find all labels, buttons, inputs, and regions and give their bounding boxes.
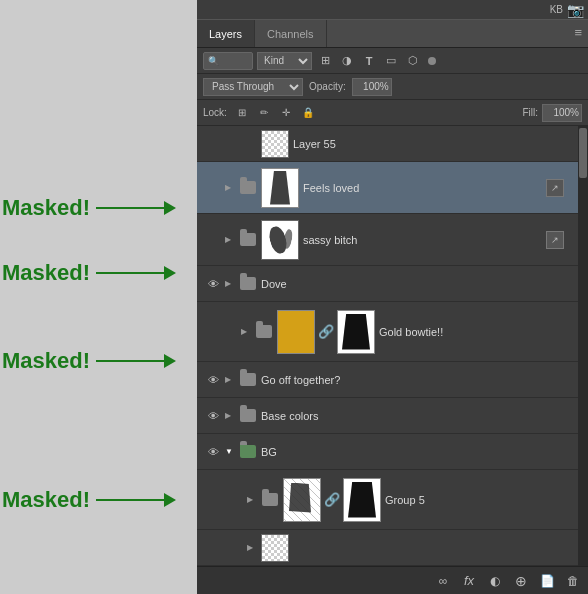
masked-label-1: Masked! [2, 195, 176, 221]
masked-label-4: Masked! [2, 487, 176, 513]
layer-badge: ↗ [546, 179, 564, 197]
visibility-toggle[interactable] [205, 232, 221, 248]
layer-name: Dove [261, 278, 564, 290]
bottom-bar: ∞ fx ◐ ⊕ 📄 🗑 [197, 566, 588, 594]
lock-position-icon[interactable]: ✛ [277, 104, 295, 122]
visibility-toggle[interactable] [205, 180, 221, 196]
expand-icon[interactable]: ▶ [225, 375, 235, 384]
layer-name: sassy bitch [303, 234, 542, 246]
masked-text-2: Masked! [2, 260, 90, 286]
layer-thumbnail [277, 310, 315, 354]
layers-list: Layer 55 ▶ Feels loved ↗ ▶ [197, 126, 578, 566]
chain-icon: 🔗 [325, 482, 339, 518]
panel-menu-icon[interactable]: ≡ [574, 19, 588, 47]
folder-icon [239, 409, 257, 423]
tabs-row: Layers Channels ≡ [197, 20, 588, 48]
scrollbar-thumb[interactable] [579, 128, 587, 178]
kind-dropdown[interactable]: Kind [257, 52, 312, 70]
new-group-icon[interactable]: ⊕ [512, 572, 530, 590]
visibility-toggle[interactable] [227, 492, 243, 508]
folder-icon [255, 325, 273, 339]
visibility-toggle[interactable]: 👁 [205, 276, 221, 292]
visibility-toggle[interactable]: 👁 [205, 372, 221, 388]
mask-thumbnail [343, 478, 381, 522]
layer-thumbnail [261, 220, 299, 260]
layer-badge: ↗ [546, 231, 564, 249]
lock-transparent-icon[interactable]: ⊞ [233, 104, 251, 122]
pixel-filter-icon[interactable]: ⊞ [316, 52, 334, 70]
shape-filter-icon[interactable]: ▭ [382, 52, 400, 70]
new-layer-icon[interactable]: 📄 [538, 572, 556, 590]
arrow-3 [96, 352, 176, 370]
expand-icon[interactable]: ▶ [247, 543, 257, 552]
visibility-toggle[interactable] [227, 136, 243, 152]
layer-thumbnail [283, 478, 321, 522]
adjustment-filter-icon[interactable]: ◑ [338, 52, 356, 70]
layer-name: Layer 55 [293, 138, 564, 150]
fx-icon[interactable]: fx [460, 572, 478, 590]
visibility-toggle[interactable]: 👁 [205, 444, 221, 460]
layer-name: Gold bowtie!! [379, 326, 564, 338]
layer-row[interactable]: 👁 ▶ Base colors [197, 398, 578, 434]
tab-channels-label: Channels [267, 28, 313, 40]
masked-text-1: Masked! [2, 195, 90, 221]
visibility-toggle[interactable] [221, 324, 237, 340]
lock-all-icon[interactable]: 🔒 [299, 104, 317, 122]
type-filter-icon[interactable]: T [360, 52, 378, 70]
expand-icon[interactable]: ▶ [247, 495, 257, 504]
tab-layers-label: Layers [209, 28, 242, 40]
folder-icon [261, 493, 279, 507]
search-icon: 🔍 [208, 56, 219, 66]
layer-row[interactable]: 👁 ▼ BG [197, 434, 578, 470]
expand-icon[interactable]: ▶ [241, 327, 251, 336]
layer-row[interactable]: ▶ 🔗 Gold bowtie!! [197, 302, 578, 362]
visibility-toggle[interactable]: 👁 [205, 408, 221, 424]
filter-toolbar: 🔍 Kind ⊞ ◑ T ▭ ⬡ [197, 48, 588, 74]
layer-thumbnail [261, 130, 289, 158]
opacity-input[interactable] [352, 78, 392, 96]
masked-label-2: Masked! [2, 260, 176, 286]
layer-row[interactable]: ▶ Feels loved ↗ [197, 162, 578, 214]
lock-pixels-icon[interactable]: ✏ [255, 104, 273, 122]
link-layers-icon[interactable]: ∞ [434, 572, 452, 590]
layer-name: BG [261, 446, 564, 458]
layer-name: Feels loved [303, 182, 542, 194]
layer-thumbnail [261, 534, 289, 562]
layer-row[interactable]: 👁 ▶ Dove [197, 266, 578, 302]
folder-icon [239, 233, 257, 247]
expand-icon[interactable]: ▶ [225, 183, 235, 192]
layer-name: Go off together? [261, 374, 564, 386]
delete-layer-icon[interactable]: 🗑 [564, 572, 582, 590]
layer-row[interactable]: 👁 ▶ Go off together? [197, 362, 578, 398]
expand-icon[interactable]: ▶ [225, 235, 235, 244]
layer-row[interactable]: Layer 55 [197, 126, 578, 162]
camera-icon[interactable]: 📷 [567, 2, 584, 18]
fill-input[interactable] [542, 104, 582, 122]
kb-label: KB [550, 4, 563, 15]
layer-row[interactable]: ▶ sassy bitch ↗ [197, 214, 578, 266]
visibility-toggle[interactable] [227, 540, 243, 556]
arrow-2 [96, 264, 176, 282]
mask-thumbnail [337, 310, 375, 354]
chain-icon: 🔗 [319, 314, 333, 350]
layers-panel: KB 📷 Layers Channels ≡ 🔍 Kind ⊞ ◑ T ▭ ⬡ … [197, 0, 588, 594]
expand-icon[interactable]: ▶ [225, 279, 235, 288]
folder-icon [239, 373, 257, 387]
tab-layers[interactable]: Layers [197, 20, 255, 47]
layer-row[interactable]: ▶ 🔗 Group 5 [197, 470, 578, 530]
tab-channels[interactable]: Channels [255, 20, 326, 47]
lock-label: Lock: [203, 107, 227, 118]
blend-mode-dropdown[interactable]: Pass Through [203, 78, 303, 96]
layer-row[interactable]: ▶ [197, 530, 578, 566]
smart-filter-icon[interactable]: ⬡ [404, 52, 422, 70]
adjustment-layer-icon[interactable]: ◐ [486, 572, 504, 590]
layers-scrollbar[interactable] [578, 126, 588, 566]
masked-text-3: Masked! [2, 348, 90, 374]
expand-icon[interactable]: ▼ [225, 447, 235, 456]
arrow-1 [96, 199, 176, 217]
expand-icon[interactable]: ▶ [225, 411, 235, 420]
arrow-4 [96, 491, 176, 509]
fill-label: Fill: [522, 107, 538, 118]
search-box: 🔍 [203, 52, 253, 70]
masked-label-3: Masked! [2, 348, 176, 374]
